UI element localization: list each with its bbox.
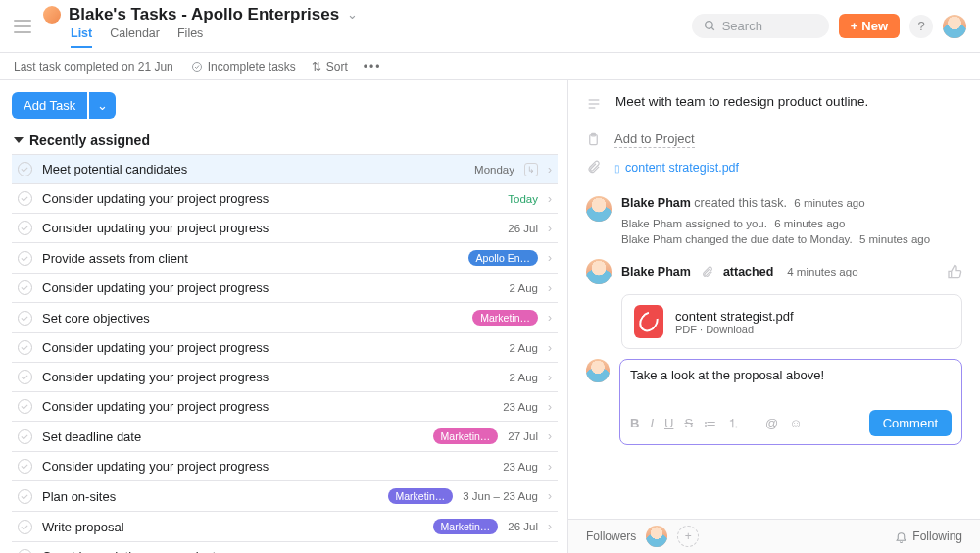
task-name: Meet potential candidates <box>42 162 465 176</box>
tab-list[interactable]: List <box>71 26 92 48</box>
help-button[interactable]: ? <box>909 15 933 38</box>
complete-checkbox[interactable] <box>18 251 32 266</box>
task-row[interactable]: Consider updating your project progress2… <box>12 332 558 362</box>
task-row[interactable]: Meet potential candidatesMonday↳› <box>12 154 558 183</box>
add-follower-button[interactable]: + <box>677 526 699 547</box>
task-due-date: 23 Aug <box>503 401 538 413</box>
chevron-right-icon: › <box>548 311 552 325</box>
complete-checkbox[interactable] <box>18 520 32 534</box>
attachment-card[interactable]: content strategist.pdf PDF · Download <box>621 294 962 349</box>
chevron-right-icon: › <box>548 400 552 414</box>
project-color-swatch <box>43 6 61 24</box>
comment-button[interactable]: Comment <box>869 410 952 436</box>
task-row[interactable]: Consider updating your project progress2… <box>12 273 558 302</box>
task-row[interactable]: Consider updating your project progress2… <box>12 451 558 480</box>
section-header[interactable]: Recently assigned <box>12 128 558 154</box>
task-row[interactable]: Plan on-sitesMarketin…3 Jun – 23 Aug› <box>12 480 558 511</box>
task-row[interactable]: Provide assets from clientApollo En…› <box>12 242 558 273</box>
task-tag[interactable]: Marketin… <box>388 488 454 504</box>
title-block: Blake's Tasks - Apollo Enterprises ⌄ Lis… <box>43 5 358 48</box>
task-row[interactable]: Write proposalMarketin…26 Jul› <box>12 511 558 541</box>
emoji-icon[interactable]: ☺ <box>789 416 802 430</box>
chevron-right-icon: › <box>548 489 552 503</box>
mention-icon[interactable]: @ <box>765 416 778 430</box>
complete-checkbox[interactable] <box>18 459 32 474</box>
chevron-right-icon: › <box>548 192 552 206</box>
task-row[interactable]: Consider updating your project progress2… <box>12 362 558 391</box>
task-due-date: 2 Aug <box>510 372 538 383</box>
chevron-right-icon: › <box>548 222 552 235</box>
attachment-name: content strategist.pdf <box>675 309 794 324</box>
complete-checkbox[interactable] <box>18 221 32 235</box>
chevron-right-icon: › <box>548 460 552 474</box>
complete-checkbox[interactable] <box>18 280 32 295</box>
chevron-right-icon: › <box>548 251 552 265</box>
following-toggle[interactable]: Following <box>895 529 962 543</box>
task-due-date: Monday <box>474 164 514 176</box>
add-to-project-link[interactable]: Add to Project <box>614 131 695 148</box>
paperclip-icon <box>586 160 601 175</box>
task-name: Consider updating your project progress <box>42 340 500 355</box>
complete-checkbox[interactable] <box>18 162 32 176</box>
comment-text[interactable]: Take a look at the proposal above! <box>630 368 952 410</box>
italic-icon[interactable]: I <box>650 416 654 430</box>
complete-checkbox[interactable] <box>18 399 32 414</box>
add-task-button[interactable]: Add Task <box>12 92 87 119</box>
complete-checkbox[interactable] <box>18 311 32 326</box>
chevron-right-icon: › <box>548 520 552 533</box>
add-task-dropdown[interactable]: ⌄ <box>89 92 116 119</box>
task-row[interactable]: Consider updating your project progress2… <box>12 391 558 421</box>
tab-files[interactable]: Files <box>177 26 203 48</box>
sort-button[interactable]: ⇅ Sort <box>312 60 348 74</box>
complete-checkbox[interactable] <box>18 429 32 444</box>
strike-icon[interactable]: S <box>684 416 693 430</box>
task-due-date: Today <box>508 193 538 205</box>
complete-checkbox[interactable] <box>18 191 32 206</box>
complete-checkbox[interactable] <box>18 489 32 504</box>
topbar: Blake's Tasks - Apollo Enterprises ⌄ Lis… <box>0 0 980 53</box>
task-due-date: 26 Jul <box>508 223 538 234</box>
task-name: Write proposal <box>42 520 423 534</box>
task-tag[interactable]: Marketin… <box>433 428 499 444</box>
task-name: Consider updating your project progress <box>42 459 493 474</box>
task-row[interactable]: Consider updating your project progressT… <box>12 541 558 553</box>
task-list-pane: Add Task ⌄ Recently assigned Meet potent… <box>0 80 568 553</box>
new-button[interactable]: +New <box>839 14 900 38</box>
task-name: Set core objectives <box>42 311 463 326</box>
underline-icon[interactable]: U <box>664 416 673 430</box>
filter-incomplete[interactable]: Incomplete tasks <box>191 60 296 74</box>
more-actions-icon[interactable]: ••• <box>364 60 382 74</box>
activity-avatar <box>586 259 612 284</box>
attachment-link[interactable]: content strategist.pdf <box>614 161 739 175</box>
task-name: Consider updating your project progress <box>42 549 481 553</box>
sort-icon: ⇅ <box>312 60 321 74</box>
user-avatar[interactable] <box>943 15 966 38</box>
task-tag[interactable]: Apollo En… <box>468 250 538 266</box>
list-toolbar: Last task completed on 21 Jun Incomplete… <box>0 53 980 80</box>
task-row[interactable]: Set core objectivesMarketin…› <box>12 302 558 332</box>
menu-toggle-icon[interactable] <box>14 20 31 33</box>
comment-toolbar: B I U S ≔ ⒈ @ ☺ Comment <box>630 410 952 436</box>
follower-avatar[interactable] <box>646 526 667 547</box>
section-title: Recently assigned <box>29 132 150 148</box>
numbered-list-icon[interactable]: ⒈ <box>727 415 740 432</box>
task-tag[interactable]: Marketin… <box>472 310 538 326</box>
tab-calendar[interactable]: Calendar <box>110 26 160 48</box>
task-row[interactable]: Consider updating your project progress2… <box>12 213 558 242</box>
task-name: Consider updating your project progress <box>42 399 493 414</box>
bullet-list-icon[interactable]: ≔ <box>704 416 716 430</box>
bold-icon[interactable]: B <box>630 416 639 430</box>
chevron-right-icon: › <box>548 550 552 554</box>
search-input[interactable]: Search <box>692 14 829 38</box>
attachment-subtitle: PDF · Download <box>675 324 794 335</box>
task-row[interactable]: Consider updating your project progressT… <box>12 183 558 213</box>
task-tag[interactable]: Marketin… <box>433 519 499 534</box>
chevron-down-icon[interactable]: ⌄ <box>347 7 358 22</box>
complete-checkbox[interactable] <box>18 370 32 384</box>
complete-checkbox[interactable] <box>18 549 32 553</box>
chevron-right-icon: › <box>548 429 552 443</box>
like-button[interactable] <box>947 264 962 279</box>
task-row[interactable]: Set deadline dateMarketin…27 Jul› <box>12 421 558 451</box>
comment-input[interactable]: Take a look at the proposal above! B I U… <box>619 359 962 445</box>
complete-checkbox[interactable] <box>18 340 32 355</box>
